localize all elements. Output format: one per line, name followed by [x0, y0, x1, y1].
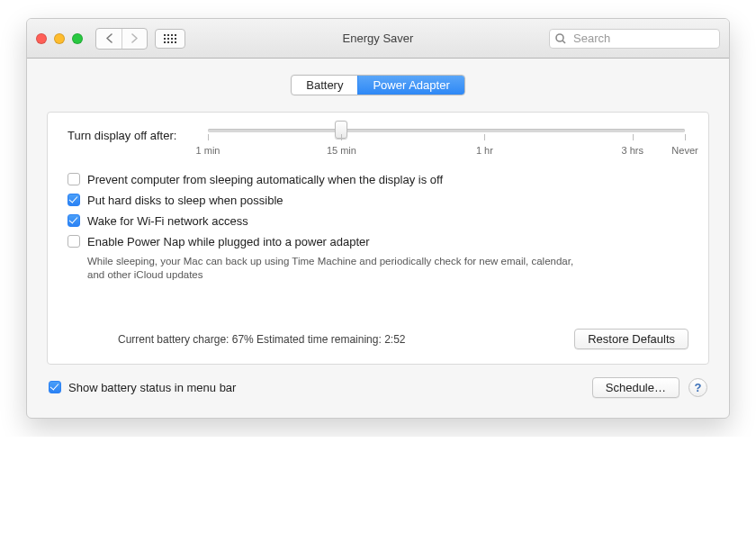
battery-status-text: Current battery charge: 67% Estimated ti…: [68, 333, 406, 346]
svg-point-0: [556, 34, 563, 41]
restore-defaults-button[interactable]: Restore Defaults: [574, 329, 688, 349]
checkbox-prevent-sleep[interactable]: [68, 173, 80, 185]
display-off-slider[interactable]: [208, 129, 685, 132]
search-input[interactable]: [549, 29, 720, 49]
settings-panel: Turn display off after:: [47, 112, 709, 365]
option-hard-disks[interactable]: Put hard disks to sleep when possible: [68, 193, 688, 208]
tick-15min: 15 min: [327, 145, 356, 156]
tick-1hr: 1 hr: [476, 145, 493, 156]
label-power-nap: Enable Power Nap while plugged into a po…: [87, 234, 370, 249]
tick-1min: 1 min: [196, 145, 220, 156]
content: Battery Power Adapter Turn display off a…: [27, 59, 729, 418]
checkbox-power-nap[interactable]: [68, 235, 80, 248]
label-prevent-sleep: Prevent computer from sleeping automatic…: [87, 172, 443, 187]
power-nap-description: While sleeping, your Mac can back up usi…: [87, 255, 591, 282]
search-icon: [555, 33, 566, 44]
tab-power-adapter[interactable]: Power Adapter: [357, 76, 464, 95]
prefs-window: Energy Saver Battery Power Adapter Turn …: [26, 18, 730, 419]
label-wake-wifi: Wake for Wi-Fi network access: [87, 213, 248, 229]
label-hard-disks: Put hard disks to sleep when possible: [87, 193, 284, 208]
option-prevent-sleep[interactable]: Prevent computer from sleeping automatic…: [68, 172, 688, 187]
option-power-nap[interactable]: Enable Power Nap while plugged into a po…: [68, 234, 688, 249]
options-list: Prevent computer from sleeping automatic…: [68, 172, 688, 282]
zoom-window-button[interactable]: [72, 33, 83, 44]
slider-tick-labels: 1 min 15 min 1 hr 3 hrs Never: [208, 145, 685, 159]
footer-right: Schedule… ?: [592, 377, 707, 398]
option-show-battery-menubar[interactable]: Show battery status in menu bar: [49, 380, 236, 395]
toolbar: Energy Saver: [27, 19, 729, 59]
forward-button[interactable]: [122, 29, 147, 49]
search-wrap: [549, 29, 720, 49]
footer-left: Show battery status in menu bar: [49, 380, 236, 395]
tick-never: Never: [671, 145, 698, 156]
minimize-window-button[interactable]: [54, 33, 65, 44]
display-off-label: Turn display off after:: [68, 129, 208, 142]
svg-line-1: [562, 41, 565, 43]
nav-back-forward: [95, 28, 148, 50]
traffic-lights: [36, 33, 83, 44]
help-button[interactable]: ?: [688, 378, 707, 397]
footer: Show battery status in menu bar Schedule…: [47, 377, 709, 398]
show-all-button[interactable]: [155, 29, 185, 49]
checkbox-show-battery[interactable]: [49, 381, 61, 393]
checkbox-hard-disks[interactable]: [68, 194, 80, 206]
tab-segmented: Battery Power Adapter: [47, 75, 709, 95]
schedule-button[interactable]: Schedule…: [592, 377, 680, 398]
close-window-button[interactable]: [36, 33, 47, 44]
label-show-battery: Show battery status in menu bar: [68, 380, 236, 395]
tick-3hrs: 3 hrs: [621, 145, 643, 156]
grid-icon: [164, 34, 176, 43]
status-row: Current battery charge: 67% Estimated ti…: [68, 329, 688, 349]
back-button[interactable]: [96, 29, 122, 49]
tab-battery[interactable]: Battery: [292, 76, 357, 95]
display-off-row: Turn display off after:: [68, 129, 688, 159]
slider-ticks: [208, 134, 685, 145]
checkbox-wake-wifi[interactable]: [68, 214, 80, 227]
option-wake-wifi[interactable]: Wake for Wi-Fi network access: [68, 213, 688, 229]
